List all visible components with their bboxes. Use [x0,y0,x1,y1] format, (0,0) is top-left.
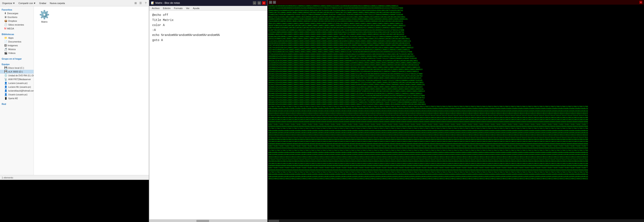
matrix-titlebar: – □ ✕ [268,0,644,5]
menu-ayuda[interactable]: Ayuda [191,6,201,10]
sidebar-section-libraries[interactable]: Bibliotecas [0,32,34,36]
matrix-row: 1327451032530194130851308513085130851308… [268,44,643,46]
matrix-scrollbar[interactable] [268,220,644,222]
matrix-row: 9397793977939779397793977939779397793977… [268,167,643,169]
share-button[interactable]: Compartir con ▼ [17,2,37,5]
matrix-row: 2946180421543098543265130526503295413501… [268,10,643,12]
matrix-row: 4842248422484224842248422484224842248422… [268,134,643,136]
sidebar-item-imagenes[interactable]: 🖼 Imágenes [0,44,34,47]
matrix-row: 4033913254352098130851308513085130851308… [268,104,643,106]
sidebar-item-disco-c[interactable]: 💾 Disco local (C:) [0,66,34,70]
sidebar-item-elk[interactable]: 💾 eLK 9000 (D:) [0,70,34,74]
disco-c-icon: 💾 [4,66,8,69]
notepad-line-3: :A [152,28,264,33]
matrix-row: 1229195323526094130851308513085130851308… [268,42,643,44]
sidebar-section-red[interactable]: Red [0,102,34,106]
sidebar-item-luciano-mc[interactable]: 👤 Luciano Mc (usuario-pc) [0,85,34,89]
matrix-row: 7175571755717557175571755717557175571755… [268,106,643,108]
matrix-row: 2634513254352098130851308513085130851308… [268,73,643,75]
menu-formato[interactable]: Formato [172,6,184,10]
sidebar-section-equipo[interactable]: Equipo [0,62,34,66]
sidebar-item-luciano-email[interactable]: 👤 lucianoklauck@hotmail.com (usuan [0,89,34,92]
matrix-row: 3534013254352098130851308513085130851308… [268,92,643,95]
menu-archivo[interactable]: Archivo [150,6,161,10]
matrix-file-icon: ⚙️ [39,10,50,20]
matrix-row: 9397793977939779397793977939779397793977… [268,123,643,126]
explorer-toolbar: Organizar ▼ Compartir con ▼ Grabar Nueva… [0,0,149,6]
dropbox-icon: 📦 [4,20,8,22]
matrix-row: 2620026200262002620026200262002620026200… [268,138,643,140]
matrix-window: – □ ✕ 5320513249584032630582652130856213… [268,0,644,222]
matrix-row: 2835013254352098130851308513085130851308… [268,77,643,79]
mega-icon: M [4,27,6,30]
scrollbar-thumb[interactable] [196,220,209,222]
notepad-titlebar: 📝 Matrix - Bloc de notas – □ ✕ [149,0,267,6]
notepad-scrollbar[interactable] [149,220,267,222]
xperia-icon: 📱 [4,97,8,100]
explorer-sidebar: Favoritos ⬇ Descargas 🖥 Escritorio 📦 Dro… [0,6,34,175]
burn-button[interactable]: Grabar [38,2,48,5]
videos-icon: 🎬 [4,52,8,54]
matrix-row: 1932083254352098130851308513085130851308… [268,58,643,60]
sidebar-item-fritz[interactable]: 📡 AVM FRITZMediaserver [0,78,34,81]
sidebar-item-videos[interactable]: 🎬 Vídeos [0,51,34,55]
toolbar-help-icon[interactable]: ? [143,1,148,6]
matrix-row: 3834113254352098130851308513085130851308… [268,99,643,101]
matrix-body: 5320513249584032630582652130856213085213… [268,5,644,220]
toolbar-view-icons: ⊞ ☰ ? [133,1,148,6]
sidebar-item-dvd[interactable]: 💿 Unidad de DVD RW (G:) Disk1 [0,74,34,78]
menu-ver[interactable]: Ver [184,6,191,10]
file-matrix[interactable]: ⚙️ Matrix [36,8,53,24]
toolbar-grid-icon[interactable]: ⊞ [133,1,138,6]
matrix-row: 7232961308526098130851308513085130851308… [268,31,643,34]
matrix-row: 5953359533595335953359533595335953359533… [268,110,643,112]
sidebar-item-sitios-recientes[interactable]: 🕐 Sitios recientes [0,23,34,27]
matrix-row: 5953359533595335953359533595335953359533… [268,154,643,156]
matrix-row: 5307592895326508013853021853021853021853… [268,27,643,29]
organize-button[interactable]: Organizar ▼ [1,2,16,5]
notepad-line-4: echo %random%%random%%random%%random%% [152,33,264,38]
matrix-row: 1519915199151991519915199151991519915199… [268,140,643,143]
sidebar-item-escritorio[interactable]: 🖥 Escritorio [0,15,34,19]
matrix-file-label: Matrix [41,20,48,23]
matrix-row: 4820743053261530138530218530218531308513… [268,25,643,27]
new-folder-button[interactable]: Nueva carpeta [48,2,66,5]
file-content-area: ⚙️ Matrix [34,6,149,175]
matrix-row: 1427541032530194130851308513085130851308… [268,47,643,49]
notepad-body[interactable]: @echo offTitle Matrixcolor A:Aecho %rand… [149,10,267,220]
matrix-row: 6064460644606446064460644606446064460644… [268,152,643,154]
notepad-close-button[interactable]: ✕ [262,1,266,5]
explorer-window: Organizar ▼ Compartir con ▼ Grabar Nueva… [0,0,149,222]
matrix-minimize-button[interactable]: – [269,1,272,4]
matrix-row: 1519915199151991519915199151991519915199… [268,162,643,165]
sidebar-item-musica[interactable]: 🎵 Música [0,47,34,51]
matrix-row: 3731137311373113731137311373113731137311… [268,114,643,116]
menu-edicion[interactable]: Edición [161,6,172,10]
matrix-scrollbar-thumb[interactable] [268,220,279,222]
notepad-minimize-button[interactable]: – [253,1,256,5]
sidebar-item-descargas[interactable]: ⬇ Descargas [0,12,34,15]
sidebar-item-documentos[interactable]: 📄 Documentos [0,40,34,44]
matrix-row: 8286682866828668286682866828668286682866… [268,147,643,149]
matrix-close-button[interactable]: ✕ [639,1,642,4]
toolbar-list-icon[interactable]: ☰ [138,1,143,6]
matrix-row: 6064460644606446064460644606446064460644… [268,173,643,176]
sidebar-item-apps[interactable]: 📁 Apps [0,36,34,40]
sidebar-item-mega[interactable]: M MEGA [0,27,34,30]
sidebar-section-favorites[interactable]: Favoritos [0,7,34,12]
matrix-row: 6064460644606446064460644606446064460644… [268,108,643,110]
matrix-maximize-button[interactable]: □ [273,1,276,4]
imagenes-icon: 🖼 [4,44,7,47]
matrix-row: 4842248422484224842248422484224842248422… [268,112,643,114]
matrix-row: 2032813245352098130851308513085130851308… [268,60,643,62]
sidebar-section-homegroup[interactable]: Grupo en el hogar [0,56,34,60]
sidebar-item-dropbox[interactable]: 📦 Dropbox [0,19,34,23]
sidebar-item-usuario[interactable]: 👤 Usuario (usuario-pc) [0,92,34,96]
sidebar-item-luciano[interactable]: 👤 Luciano (usuario-pc) [0,81,34,85]
sidebar-item-xperia[interactable]: 📱 Xperia M2 [0,96,34,100]
matrix-row: 9397793977939779397793977939779397793977… [268,145,643,147]
matrix-row: 2620026200262002620026200262002620026200… [268,117,643,119]
notepad-maximize-button[interactable]: □ [258,1,261,5]
luciano-icon: 👤 [4,82,8,84]
matrix-row: 9330196328530982130851308513085130851308… [268,36,643,38]
